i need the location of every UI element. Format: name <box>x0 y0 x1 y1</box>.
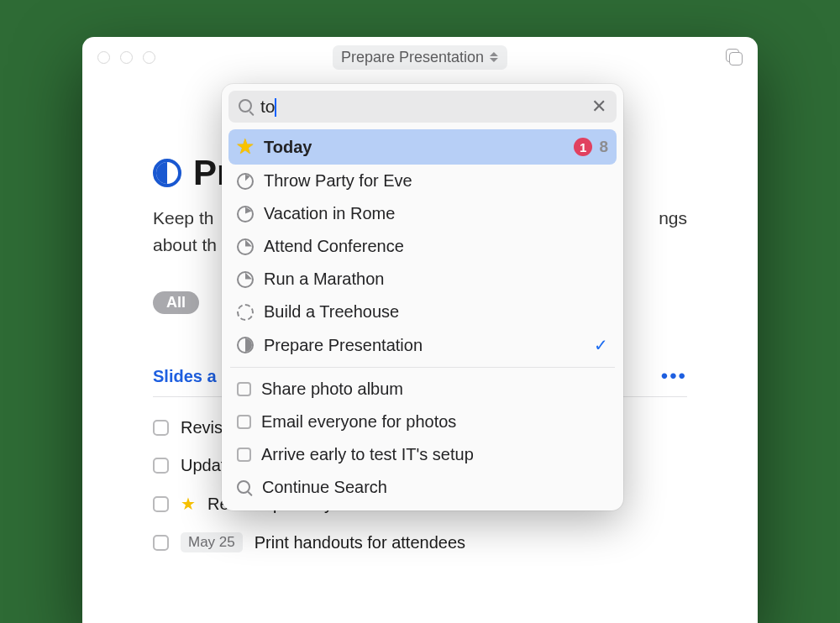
windows-icon[interactable] <box>726 49 743 65</box>
task-title: Print handouts for attendees <box>255 533 465 552</box>
results-list: ★ Today 1 8 Throw Party for Eve Vacation… <box>228 129 617 504</box>
result-todo[interactable]: Email everyone for photos <box>228 406 617 438</box>
checkbox-icon <box>237 415 251 429</box>
project-progress-icon <box>237 337 254 353</box>
checkbox-icon <box>237 448 251 462</box>
divider <box>230 367 615 368</box>
result-project[interactable]: Build a Treehouse <box>228 296 617 328</box>
quick-find-popover: to ✕ ★ Today 1 8 Throw Party for Eve Vac… <box>222 84 623 510</box>
result-todo[interactable]: Share photo album <box>228 373 617 406</box>
more-icon[interactable]: ••• <box>661 364 687 388</box>
chevron-updown-icon <box>490 50 499 65</box>
task-checkbox[interactable] <box>153 458 169 474</box>
project-progress-icon <box>237 271 254 288</box>
result-label: Arrive early to test IT's setup <box>261 445 474 464</box>
filter-all-pill[interactable]: All <box>153 291 199 314</box>
result-label: Prepare Presentation <box>264 336 423 355</box>
task-row[interactable]: May 25 Print handouts for attendees <box>153 523 687 562</box>
task-checkbox[interactable] <box>153 496 169 512</box>
result-today[interactable]: ★ Today 1 8 <box>228 129 617 165</box>
search-icon <box>239 99 254 114</box>
project-progress-icon <box>237 304 254 321</box>
project-progress-icon <box>153 159 181 187</box>
checkbox-icon <box>237 382 251 396</box>
task-title: Revis <box>181 418 223 437</box>
star-icon: ★ <box>237 136 254 158</box>
result-project[interactable]: Prepare Presentation ✓ <box>228 328 617 362</box>
result-label: Throw Party for Eve <box>264 171 412 191</box>
task-checkbox[interactable] <box>153 420 169 436</box>
result-label: Vacation in Rome <box>264 204 395 223</box>
text-cursor <box>275 98 276 117</box>
close-window-button[interactable] <box>97 51 110 64</box>
project-progress-icon <box>237 173 254 190</box>
navigation-title: Prepare Presentation <box>341 49 484 66</box>
result-label: Email everyone for photos <box>261 412 456 432</box>
traffic-lights[interactable] <box>97 51 155 64</box>
search-icon <box>237 480 252 495</box>
titlebar: Prepare Presentation <box>82 37 758 77</box>
section-title[interactable]: Slides a <box>153 367 217 386</box>
search-input[interactable]: to <box>260 97 585 117</box>
result-continue-search[interactable]: Continue Search <box>228 471 617 504</box>
badge-count: 1 <box>574 138 592 156</box>
result-project[interactable]: Vacation in Rome <box>228 197 617 230</box>
result-label: Share photo album <box>261 380 403 399</box>
result-label: Continue Search <box>262 478 387 497</box>
zoom-window-button[interactable] <box>143 51 155 64</box>
clear-icon[interactable]: ✕ <box>591 96 606 118</box>
result-label: Today <box>264 138 312 157</box>
task-checkbox[interactable] <box>153 535 169 551</box>
project-progress-icon <box>237 238 254 255</box>
check-icon: ✓ <box>594 335 608 355</box>
navigation-dropdown[interactable]: Prepare Presentation <box>333 45 507 70</box>
project-progress-icon <box>237 206 254 222</box>
result-label: Attend Conference <box>264 237 404 256</box>
task-date-tag: May 25 <box>181 532 243 552</box>
today-star-icon: ★ <box>181 494 196 514</box>
result-project[interactable]: Run a Marathon <box>228 263 617 296</box>
result-todo[interactable]: Arrive early to test IT's setup <box>228 438 617 471</box>
result-label: Run a Marathon <box>264 270 384 289</box>
search-field[interactable]: to ✕ <box>228 91 617 123</box>
minimize-window-button[interactable] <box>120 51 133 64</box>
result-project[interactable]: Throw Party for Eve <box>228 165 617 197</box>
total-count: 8 <box>599 138 608 156</box>
result-project[interactable]: Attend Conference <box>228 230 617 263</box>
result-label: Build a Treehouse <box>264 302 399 322</box>
